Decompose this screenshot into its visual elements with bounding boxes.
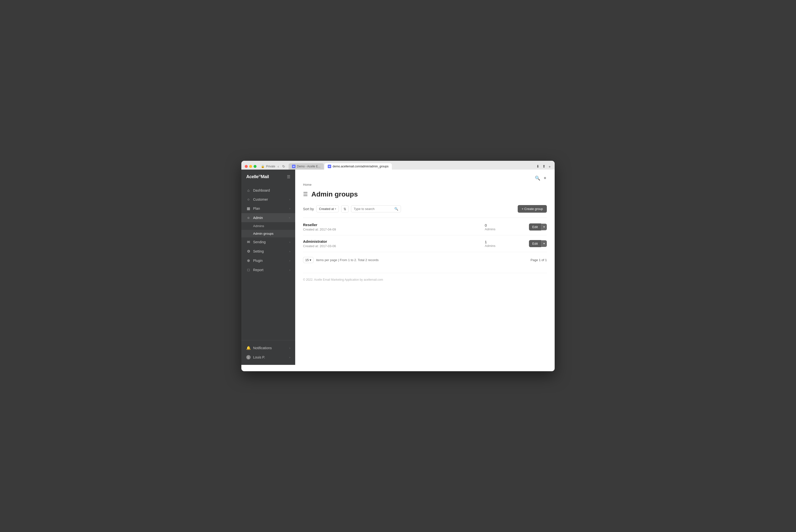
pagination-info: items per page | From 1 to 2. Total 2 re… [316,258,378,262]
sidebar-item-notifications[interactable]: 🔔 Notifications › [241,343,295,353]
sidebar-item-label: Dashboard [253,188,290,192]
sidebar-item-dashboard[interactable]: ⌂ Dashboard [241,186,295,195]
group-name: Reseller [303,223,485,227]
sidebar-item-setting[interactable]: ⚙ Setting › [241,247,295,256]
page-header: ☰ Admin groups [303,190,547,198]
chevron-right-icon: › [289,198,290,201]
sidebar-item-report[interactable]: □ Report › [241,265,295,274]
customer-icon: ○ [246,197,251,202]
filter-button[interactable]: ⇅ [341,205,348,213]
group-stats: 1 Admins [485,240,529,248]
private-label: Private [266,165,275,168]
sort-by-label: Sort by [303,207,314,211]
breadcrumb: Home [303,183,547,187]
main-footer: © 2022. Acelle Email Marketing Applicati… [303,273,547,281]
table-row: Reseller Created at: 2017-04-09 0 Admins… [303,219,547,235]
sidebar-item-label: Sending [253,240,287,244]
search-icon[interactable]: 🔍 [535,175,540,181]
tab-admin-groups[interactable]: M demo.acellemail.com/admin/admin_groups [324,163,392,170]
admins-label: Admins [253,224,264,228]
traffic-lights [245,165,257,168]
back-button[interactable]: ‹ [277,164,280,169]
group-created-at: Created at: 2017-03-06 [303,244,485,248]
sidebar-item-label: Louis P. [253,355,287,359]
chevron-right-icon: › [289,250,290,253]
minimize-button[interactable] [249,165,252,168]
tab-label-active: demo.acellemail.com/admin/admin_groups [333,165,388,168]
group-count: 1 [485,240,529,244]
per-page-select[interactable]: 15 ▾ [303,257,314,263]
user-avatar-icon: L [246,355,251,360]
admin-groups-label: Admin groups [253,232,273,235]
create-group-button[interactable]: + Create group [518,205,547,213]
private-icon: 🔒 [261,165,265,168]
sidebar-item-customer[interactable]: ○ Customer › [241,195,295,204]
tab-label: Demo - Acelle E... [297,165,320,168]
group-count-label: Admins [485,244,529,248]
chevron-right-icon: › [289,207,290,210]
sidebar-toggle[interactable]: ☰ [287,174,290,179]
chevron-right-icon: › [289,346,290,349]
toolbar-divider [303,217,547,218]
edit-dropdown-button-reseller[interactable]: ▾ [541,224,547,230]
group-info: Administrator Created at: 2017-03-06 [303,239,485,248]
close-button[interactable] [245,165,248,168]
sidebar-item-plugin[interactable]: ⊕ Plugin › [241,256,295,265]
edit-dropdown-button-administrator[interactable]: ▾ [541,240,547,247]
search-container: 🔍 [351,205,401,212]
table-row: Administrator Created at: 2017-03-06 1 A… [303,235,547,252]
per-page-arrow-icon: ▾ [310,258,311,262]
page-indicator: Page 1 of 1 [531,258,547,262]
plugin-icon: ⊕ [246,259,251,263]
browser-tabs: M Demo - Acelle E... M demo.acellemail.c… [289,163,533,170]
sidebar-item-label: Setting [253,249,287,253]
group-name: Administrator [303,239,485,244]
sidebar-item-admin[interactable]: ○ Admin › [241,213,295,222]
sidebar-sub-item-admin-groups[interactable]: Admin groups [241,230,295,238]
group-info: Reseller Created at: 2017-04-09 [303,223,485,231]
sidebar-item-label: Notifications [253,346,287,350]
sidebar-item-label: Plugin [253,259,287,263]
downloads-button[interactable]: ⬇ [536,164,540,169]
sidebar-header: AcelleᴹMail ☰ [241,170,295,184]
group-actions: Edit ▾ [529,224,547,230]
sort-value: Created at [319,207,334,211]
sidebar-item-label: Customer [253,197,287,202]
tab-demo[interactable]: M Demo - Acelle E... [289,163,324,170]
sort-dropdown[interactable]: Created at ▾ [316,205,339,212]
browser-toolbar: ⬇ ⬆ + [536,164,551,169]
tab-favicon-active: M [328,165,331,168]
sidebar-item-label: Report [253,268,287,272]
pagination-bar: 15 ▾ items per page | From 1 to 2. Total… [303,257,547,263]
sidebar-item-plan[interactable]: ▦ Plan › [241,204,295,213]
per-page-value: 15 [305,258,309,262]
chevron-right-icon: › [289,259,290,262]
browser-navigation: 🔒 Private ‹ ↻ [261,164,286,169]
chevron-right-icon: › [289,241,290,244]
maximize-button[interactable] [253,165,257,168]
sidebar-item-sending[interactable]: ✉ Sending › [241,238,295,247]
sidebar-item-label: Admin [253,216,287,220]
dropdown-arrow-icon: ▾ [335,208,336,210]
chevron-right-icon: › [289,356,290,359]
search-input[interactable] [354,207,393,211]
toolbar: Sort by Created at ▾ ⇅ 🔍 + Create group [303,205,547,213]
report-icon: □ [246,268,251,272]
app-logo: AcelleᴹMail [246,174,269,179]
group-count: 0 [485,223,529,227]
main-content: 🔍 ✦ Home ☰ Admin groups Sort by Created … [295,170,555,365]
sidebar: AcelleᴹMail ☰ ⌂ Dashboard ○ Customer › ▦… [241,170,295,365]
sending-icon: ✉ [246,240,251,244]
notifications-icon: 🔔 [246,346,251,350]
edit-button-administrator[interactable]: Edit [529,240,541,247]
edit-button-reseller[interactable]: Edit [529,224,541,230]
sidebar-item-user[interactable]: L Louis P. › [241,353,295,362]
theme-toggle-icon[interactable]: ✦ [543,175,547,181]
sidebar-sub-item-admins[interactable]: Admins [241,222,295,230]
dashboard-icon: ⌂ [246,188,251,192]
share-button[interactable]: ⬆ [542,164,546,169]
refresh-button[interactable]: ↻ [281,164,286,169]
group-stats: 0 Admins [485,223,529,231]
sidebar-bottom: 🔔 Notifications › L Louis P. › [241,340,295,365]
new-tab-button[interactable]: + [548,164,551,169]
